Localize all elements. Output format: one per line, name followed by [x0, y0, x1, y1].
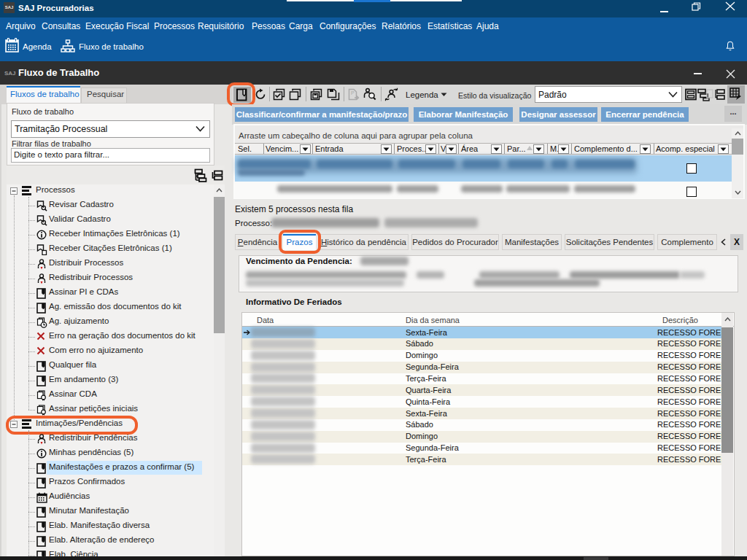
svg-text:P: P — [351, 90, 355, 96]
